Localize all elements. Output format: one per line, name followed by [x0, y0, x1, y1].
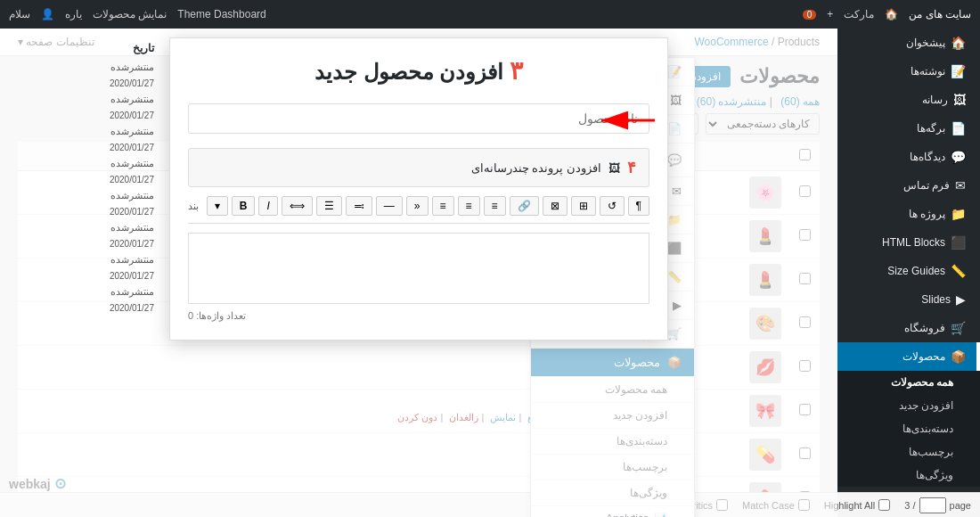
date-item: منتشرشده — [45, 250, 161, 269]
editor-area[interactable] — [188, 233, 649, 304]
contact-icon: ✉ — [955, 178, 966, 193]
sidebar-submenu-products: همه محصولات افزودن جدید دسته‌بندی‌ها برچ… — [837, 371, 980, 487]
sidebar-item-rasaneh[interactable]: 🖼 رسانه — [837, 86, 980, 114]
toolbar-align-center[interactable]: ≡ — [458, 196, 480, 216]
date-item: منتشرشده — [45, 283, 161, 301]
media-icon-btn: 🖼 — [608, 161, 620, 175]
sidebar-item-noshtaha[interactable]: 📝 نوشته‌ها — [837, 57, 980, 86]
date-item: منتشرشده — [45, 218, 161, 237]
html-icon: ⬛ — [951, 235, 966, 250]
modal-overlay: تاریخ منتشرشده 2020/01/27 منتشرشده 2020/… — [0, 29, 837, 517]
toolbar-more[interactable]: ▾ — [207, 196, 228, 216]
sidebar-sub-tags[interactable]: برچسب‌ها — [837, 440, 980, 464]
notif-badge: 0 — [803, 10, 817, 20]
posts-icon: 📝 — [951, 64, 966, 78]
page-label: page / 3 — [904, 497, 971, 513]
pages-icon: 📄 — [951, 121, 966, 135]
date-item: منتشرشده — [45, 122, 161, 141]
plus-icon[interactable]: + — [827, 8, 833, 21]
products-icon: 📦 — [951, 349, 966, 364]
sidebar-item-form-tamas[interactable]: ✉ فرم تماس — [837, 171, 980, 200]
date-item: منتشرشده — [45, 186, 161, 205]
product-name-input[interactable] — [188, 103, 649, 134]
toolbar-ordered-list[interactable]: ≔ — [346, 196, 372, 216]
sidebar-sub-attributes[interactable]: ویژگی‌ها — [837, 464, 980, 487]
shop-icon: 🛒 — [951, 321, 966, 335]
display-products-link[interactable]: نمایش محصولات — [93, 8, 167, 21]
date-list: تاریخ منتشرشده 2020/01/27 منتشرشده 2020/… — [45, 38, 161, 315]
sidebar-item-html-blocks[interactable]: ⬛ HTML Blocks — [837, 228, 980, 257]
highlight-all-checkbox[interactable] — [878, 499, 890, 511]
woo-label[interactable]: مارکت — [844, 8, 874, 21]
date-item: منتشرشده — [45, 90, 161, 109]
sidebar-label-didgahha: دیدگاه‌ها — [910, 151, 945, 163]
toolbar-table[interactable]: ⊞ — [571, 196, 596, 216]
comments-icon: 💬 — [951, 150, 966, 164]
main-content: WooCommerce / Products تنظیمات صفحه ▾ مح… — [0, 29, 837, 517]
editor-toolbar: ¶ ↺ ⊞ ⊠ 🔗 ≡ ≡ ≡ « — ≔ ☰ ⟺ I B ▾ بند — [188, 196, 649, 224]
slides-icon: ▶ — [956, 292, 966, 307]
toolbar-indent[interactable]: ⟺ — [282, 196, 313, 216]
admin-username: سلام — [9, 8, 30, 21]
toolbar-hr[interactable]: — — [376, 196, 403, 216]
project-icon: 📁 — [951, 207, 966, 221]
sidebar-item-projects[interactable]: 📁 پروژه ها — [837, 200, 980, 228]
admin-bar: سایت های من 🏠 مارکت + 0 Theme Dashboard … — [0, 0, 980, 29]
toolbar-undo[interactable]: ↺ — [600, 196, 625, 216]
step-number-4: ۴ — [627, 158, 636, 177]
site-name[interactable]: سایت های من — [909, 8, 971, 21]
right-sidebar: 🏠 پیشخوان 📝 نوشته‌ها 🖼 رسانه 📄 برگه‌ها 💬… — [837, 29, 980, 517]
theme-dashboard-link[interactable]: Theme Dashboard — [177, 8, 265, 21]
sidebar-label-form-tamas: فرم تماس — [903, 179, 950, 192]
date-item: منتشرشده — [45, 58, 161, 77]
user-icon: 👤 — [41, 8, 54, 21]
home-icon: 🏠 — [951, 36, 966, 50]
toolbar-bold[interactable]: B — [232, 196, 256, 216]
sidebar-label-projects: پروژه ها — [909, 208, 945, 220]
modal-title: ۳ افزودن محصول جدید — [188, 56, 649, 86]
sidebar-sub-all-products[interactable]: همه محصولات — [837, 371, 980, 394]
sidebar-label-forooshgah: فروشگاه — [904, 322, 945, 334]
date-item: منتشرشده — [45, 154, 161, 173]
word-count: تعداد واژه‌ها: 0 — [188, 310, 649, 322]
date-list-header: تاریخ — [45, 38, 161, 58]
admin-bar-right: سایت های من 🏠 مارکت + 0 — [803, 8, 971, 21]
sidebar-sub-add-new[interactable]: افزودن جدید — [837, 394, 980, 417]
toolbar-align-right[interactable]: ≡ — [484, 196, 506, 216]
sidebar-label-slides: Slides — [921, 293, 951, 306]
add-product-modal: تاریخ منتشرشده 2020/01/27 منتشرشده 2020/… — [169, 37, 668, 341]
toolbar-quote[interactable]: « — [406, 196, 429, 216]
toolbar-link-break[interactable]: ⊠ — [543, 196, 568, 216]
sidebar-label-bargheha: برگه‌ها — [917, 122, 945, 135]
media-icon: 🖼 — [953, 93, 966, 107]
toolbar-bind-label: بند — [188, 201, 199, 212]
sidebar-item-mahsoolat[interactable]: 📦 محصولات — [837, 342, 980, 371]
add-media-button[interactable]: ۴ 🖼 افزودن پرونده چندرسانه‌ای — [188, 148, 649, 187]
sidebar-item-didgahha[interactable]: 💬 دیدگاه‌ها — [837, 143, 980, 171]
sidebar-label-rasaneh: رسانه — [922, 94, 948, 106]
sidebar-label-size-guides: Size Guides — [887, 265, 945, 277]
toolbar-unordered-list[interactable]: ☰ — [316, 196, 342, 216]
status-badge: منتشرشده — [110, 62, 154, 73]
sidebar-label-pishkhan: پیشخوان — [906, 37, 945, 49]
sidebar-item-forooshgah[interactable]: 🛒 فروشگاه — [837, 314, 980, 342]
page-input[interactable] — [919, 497, 946, 513]
toolbar-align-left[interactable]: ≡ — [432, 196, 454, 216]
step-number-3: ۳ — [510, 57, 523, 85]
modal-title-text: افزودن محصول جدید — [314, 60, 503, 84]
add-media-label: افزودن پرونده چندرسانه‌ای — [471, 161, 601, 175]
sidebar-item-size-guides[interactable]: 📏 Size Guides — [837, 257, 980, 285]
sidebar-item-slides[interactable]: ▶ Slides — [837, 285, 980, 314]
sidebar-label-noshtaha: نوشته‌ها — [911, 65, 945, 78]
toolbar-italic[interactable]: I — [258, 196, 277, 216]
home-icon: 🏠 — [885, 8, 898, 21]
sidebar-item-bargheha[interactable]: 📄 برگه‌ها — [837, 114, 980, 143]
sidebar-label-html-blocks: HTML Blocks — [882, 236, 945, 249]
sidebar-sub-categories[interactable]: دسته‌بندی‌ها — [837, 417, 980, 440]
toolbar-paragraph[interactable]: ¶ — [628, 196, 649, 216]
sidebar-item-pishkhan[interactable]: 🏠 پیشخوان — [837, 29, 980, 57]
toolbar-link[interactable]: 🔗 — [510, 196, 539, 216]
yare-label: یاره — [65, 8, 82, 21]
main-layout: 🏠 پیشخوان 📝 نوشته‌ها 🖼 رسانه 📄 برگه‌ها 💬… — [0, 29, 980, 517]
admin-bar-left: Theme Dashboard نمایش محصولات یاره 👤 سلا… — [9, 8, 266, 21]
